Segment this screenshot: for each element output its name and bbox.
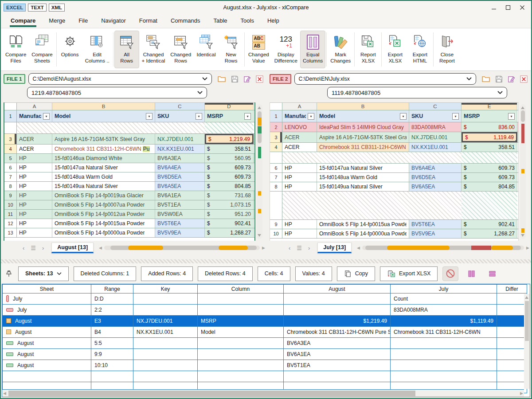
grid-cell[interactable]: $609.73 bbox=[205, 163, 254, 172]
open-folder-icon[interactable] bbox=[217, 75, 226, 83]
result-row[interactable]: July2:283DA008MRA bbox=[3, 305, 527, 316]
row-header[interactable]: 9 bbox=[4, 191, 17, 200]
filter-icon[interactable]: ▾ bbox=[244, 113, 251, 120]
grid-cell[interactable]: $1,268.27 bbox=[205, 228, 254, 237]
result-row[interactable]: AugustB4NX.KX1EU.001ModelChromebook 311 … bbox=[3, 327, 527, 338]
results-hscroll-thumb[interactable] bbox=[8, 391, 415, 396]
grid-cell[interactable]: $804.85 bbox=[205, 182, 254, 191]
grid-cell[interactable]: IdeaPad Slim 5 14IMH9 Cloud Gray bbox=[317, 122, 409, 132]
grid-cell[interactable]: ACER bbox=[282, 132, 317, 142]
grid-cell[interactable]: HP bbox=[17, 163, 52, 172]
grid-cell[interactable]: $1,219.49 bbox=[205, 134, 254, 144]
grid-cell[interactable]: ACER bbox=[282, 143, 317, 152]
menu-compare[interactable]: Compare bbox=[10, 15, 36, 27]
menu-table[interactable]: Table bbox=[212, 15, 228, 27]
results-vscrollbar[interactable] bbox=[524, 294, 530, 389]
scroll-up-icon[interactable] bbox=[258, 106, 261, 109]
grid-cell[interactable]: $1,119.49 bbox=[462, 132, 517, 142]
summary-cells[interactable]: Cells: 4 bbox=[258, 266, 290, 281]
menu-file[interactable]: File bbox=[78, 15, 89, 27]
grid-cell[interactable]: BV5V9EA bbox=[155, 228, 205, 237]
file1-formula-combo[interactable]: 1219.48780487805 bbox=[27, 87, 207, 98]
grid-cell[interactable]: HP bbox=[17, 219, 52, 228]
grid-cell[interactable]: BV6A3EA bbox=[155, 154, 205, 163]
save-icon[interactable] bbox=[495, 75, 503, 83]
grid-cell[interactable]: BV6A4EA bbox=[155, 163, 205, 172]
grid-cell[interactable]: $358.51 bbox=[462, 143, 517, 152]
grid-cell[interactable]: OmniBook 5 Flip 14-fp0012ua Powder bbox=[52, 210, 155, 219]
filter-icon[interactable]: ▾ bbox=[400, 113, 407, 120]
prev-sheet-icon[interactable]: ‹ bbox=[23, 245, 24, 251]
grid-cell[interactable]: $902.41 bbox=[205, 219, 254, 228]
grid-cell[interactable]: HP bbox=[17, 210, 52, 219]
grid-cell[interactable]: 83DA008MRA bbox=[409, 122, 462, 132]
toolbar-edit-columns[interactable]: EditColumns .. bbox=[82, 31, 112, 68]
toolbar-export-xlsx[interactable]: ExportXLSX bbox=[383, 31, 407, 68]
scroll-down-icon[interactable] bbox=[258, 234, 261, 237]
toolbar-identical[interactable]: Identical bbox=[194, 31, 219, 68]
minimize-button[interactable] bbox=[488, 3, 500, 12]
grid-cell[interactable]: 15-fd0148ua Warm Gold bbox=[317, 173, 409, 182]
result-row[interactable]: August5:5BV6A3EA bbox=[3, 338, 527, 349]
grid-cell[interactable]: $951.20 bbox=[205, 210, 254, 219]
row-header[interactable]: 3 bbox=[4, 134, 17, 144]
maximize-button[interactable] bbox=[502, 3, 514, 12]
filter-icon[interactable]: ▾ bbox=[452, 113, 459, 120]
grid-cell[interactable]: $902.41 bbox=[462, 220, 517, 229]
grid-cell[interactable]: 15-fd0148ua Warm Gold bbox=[52, 172, 155, 181]
grid-cell[interactable]: BV5T6EA bbox=[409, 220, 462, 229]
export-xlsx-button[interactable]: Export XLSX bbox=[380, 266, 438, 281]
row-header[interactable]: 7 bbox=[270, 173, 282, 182]
summary-values[interactable]: Values: 4 bbox=[295, 266, 332, 281]
scroll-up-icon[interactable] bbox=[521, 106, 524, 109]
scroll-up-icon[interactable] bbox=[525, 296, 528, 299]
grid-cell[interactable]: HP bbox=[17, 228, 52, 237]
filter-icon[interactable]: ▾ bbox=[196, 113, 202, 120]
column-header-A[interactable]: A bbox=[282, 103, 317, 110]
right-grid-vscrollbar[interactable] bbox=[520, 104, 526, 239]
row-header[interactable]: 2 bbox=[270, 122, 282, 132]
summary-sheets[interactable]: Sheets: 13 bbox=[18, 266, 69, 281]
grid-cell[interactable]: $1,073.15 bbox=[205, 200, 254, 209]
tab-august[interactable]: August [13] bbox=[51, 243, 94, 253]
prev-sheet-icon[interactable]: ‹ bbox=[289, 245, 290, 251]
right-grid-hscrollbar[interactable]: ◀ ▶ bbox=[362, 246, 524, 250]
summary-added-rows[interactable]: Added Rows: 4 bbox=[141, 266, 193, 281]
toolbar-changed-identical[interactable]: Changed+ Identical bbox=[139, 31, 168, 68]
clear-filter-button[interactable] bbox=[442, 266, 458, 281]
format-tab-text[interactable]: TEXT bbox=[28, 4, 46, 12]
file2-path-combo[interactable]: C:\Demo\EN\July.xlsx bbox=[294, 73, 476, 85]
grid-cell[interactable]: NX.J7DEU.001 bbox=[409, 132, 462, 142]
grid-cell[interactable]: NX.KX1EU.001 bbox=[155, 145, 205, 153]
row-header[interactable]: 8 bbox=[4, 182, 17, 191]
file1-path-combo[interactable]: C:\Demo\EN\August.xlsx bbox=[28, 73, 212, 85]
left-grid-hscrollbar[interactable]: ◀ ▶ bbox=[104, 246, 260, 250]
grid-cell[interactable]: NX.J7DEU.001 bbox=[155, 134, 205, 144]
grid-cell[interactable]: BV5T6EA bbox=[155, 219, 205, 228]
columns-view-button[interactable] bbox=[463, 266, 479, 281]
edit-report-icon[interactable] bbox=[508, 75, 515, 83]
row-header[interactable]: 9 bbox=[270, 220, 282, 229]
left-grid-vscrollbar[interactable] bbox=[257, 104, 262, 239]
filter-icon[interactable]: ▾ bbox=[308, 113, 314, 120]
grid-cell[interactable]: HP bbox=[282, 173, 317, 182]
grid-cell[interactable]: 15-fd0149ua Natural Silver bbox=[52, 182, 155, 191]
grid-cell[interactable]: HP bbox=[17, 172, 52, 181]
grid-cell[interactable]: HP bbox=[17, 191, 52, 200]
pin-icon[interactable] bbox=[5, 270, 12, 278]
grid-cell[interactable]: BV6A4EA bbox=[409, 164, 462, 172]
close-file-icon[interactable] bbox=[520, 75, 528, 83]
row-header[interactable]: 10 bbox=[270, 229, 282, 238]
column-header-E[interactable]: E bbox=[462, 103, 517, 110]
grid-cell[interactable]: BV5V9EA bbox=[409, 229, 462, 238]
left-hscroll-thumb[interactable] bbox=[110, 246, 257, 250]
row-header[interactable]: 4 bbox=[4, 145, 17, 153]
column-header-C[interactable]: C bbox=[409, 103, 462, 110]
toolbar-all-rows[interactable]: AllRows bbox=[114, 31, 139, 68]
grid-cell[interactable]: $358.51 bbox=[205, 145, 254, 153]
format-tab-xml[interactable]: XML bbox=[49, 4, 65, 12]
results-vscroll-thumb[interactable] bbox=[525, 301, 529, 341]
column-header-A[interactable]: A bbox=[17, 103, 52, 110]
toolbar-options[interactable]: Options bbox=[58, 31, 82, 68]
close-button[interactable] bbox=[516, 3, 528, 12]
